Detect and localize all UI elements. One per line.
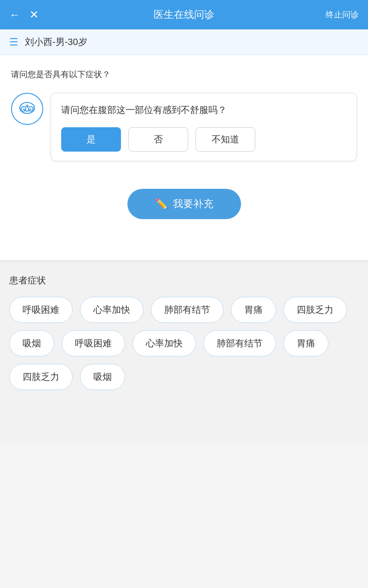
close-button[interactable]: ✕ bbox=[29, 9, 39, 20]
question-prompt: 请问您是否具有以下症状？ bbox=[11, 69, 357, 80]
supplement-button-label: 我要补充 bbox=[173, 197, 213, 211]
symptom-tag[interactable]: 呼吸困难 bbox=[62, 330, 125, 356]
symptoms-title: 患者症状 bbox=[9, 274, 359, 287]
chat-row: 请问您在腹部这一部位有感到不舒服吗？ 是 否 不知道 bbox=[11, 93, 357, 161]
option-unknown-button[interactable]: 不知道 bbox=[196, 127, 255, 152]
option-no-button[interactable]: 否 bbox=[128, 127, 188, 152]
bubble-question-text: 请问您在腹部这一部位有感到不舒服吗？ bbox=[61, 102, 346, 117]
avatar-icon bbox=[17, 99, 37, 119]
doctor-avatar bbox=[11, 93, 43, 125]
main-content: 请问您是否具有以下症状？ 请问您在腹部这一部位有感到不舒服吗？ 是 否 不知道 bbox=[0, 55, 368, 260]
symptom-tag[interactable]: 四肢乏力 bbox=[283, 297, 347, 323]
symptoms-section: 患者症状 呼吸困难心率加快肺部有结节胃痛四肢乏力吸烟呼吸困难心率加快肺部有结节胃… bbox=[0, 261, 368, 445]
symptom-tag[interactable]: 肺部有结节 bbox=[203, 330, 276, 356]
symptom-tag[interactable]: 心率加快 bbox=[80, 297, 144, 323]
back-button[interactable]: ← bbox=[9, 9, 20, 20]
header-left-actions: ← ✕ bbox=[9, 9, 39, 20]
option-yes-button[interactable]: 是 bbox=[61, 127, 121, 152]
supplement-button[interactable]: ✏️ 我要补充 bbox=[127, 189, 241, 219]
symptom-tag[interactable]: 吸烟 bbox=[80, 364, 125, 390]
app-header: ← ✕ 医生在线问诊 终止问诊 bbox=[0, 0, 368, 29]
symptoms-grid: 呼吸困难心率加快肺部有结节胃痛四肢乏力吸烟呼吸困难心率加快肺部有结节胃痛四肢乏力… bbox=[9, 297, 359, 390]
end-consultation-button[interactable]: 终止问诊 bbox=[326, 9, 359, 20]
patient-info-bar: ☰ 刘小西-男-30岁 bbox=[0, 29, 368, 55]
menu-icon[interactable]: ☰ bbox=[9, 36, 18, 48]
bubble-options: 是 否 不知道 bbox=[61, 127, 346, 152]
symptom-tag[interactable]: 心率加快 bbox=[132, 330, 196, 356]
symptom-tag[interactable]: 呼吸困难 bbox=[9, 297, 73, 323]
symptom-tag[interactable]: 肺部有结节 bbox=[151, 297, 224, 323]
page-title: 医生在线问诊 bbox=[154, 8, 214, 22]
patient-name: 刘小西-男-30岁 bbox=[25, 36, 87, 48]
supplement-area: ✏️ 我要补充 bbox=[11, 175, 357, 242]
symptom-tag[interactable]: 胃痛 bbox=[283, 330, 328, 356]
pencil-icon: ✏️ bbox=[155, 198, 167, 210]
symptom-tag[interactable]: 四肢乏力 bbox=[9, 364, 73, 390]
symptom-tag[interactable]: 胃痛 bbox=[231, 297, 276, 323]
symptom-tag[interactable]: 吸烟 bbox=[9, 330, 54, 356]
question-bubble: 请问您在腹部这一部位有感到不舒服吗？ 是 否 不知道 bbox=[51, 93, 357, 161]
